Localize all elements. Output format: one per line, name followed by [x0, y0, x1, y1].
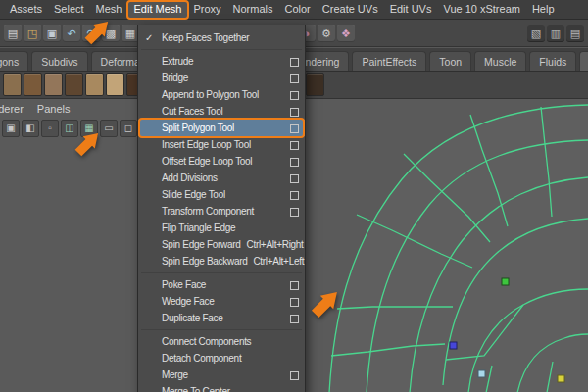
menubar-item-label: Color [285, 3, 311, 15]
menu-item[interactable]: ✓ Wedge Face [138, 293, 305, 310]
menu-item[interactable]: ✓ Keep Faces Together [138, 29, 305, 46]
shelf-tab[interactable]: Muscle [474, 51, 526, 72]
shelf-tab-label: PaintEffects [362, 56, 416, 68]
film-gate-icon[interactable]: ▭ [100, 120, 118, 137]
option-box-icon[interactable] [290, 371, 299, 380]
channel-box-toggle-icon[interactable]: ▤ [566, 24, 584, 42]
menu-item[interactable]: ✓ Merge To Center [138, 383, 305, 392]
fur-preset-swatch[interactable] [106, 74, 124, 96]
polygon-mesh[interactable] [314, 99, 588, 392]
menu-item[interactable]: ✓ Insert Edge Loop Tool [138, 136, 305, 153]
menubar-item[interactable]: Normals [227, 0, 279, 19]
option-box-icon[interactable] [290, 141, 299, 150]
save-scene-icon[interactable]: ▣ [43, 24, 61, 42]
option-box-icon[interactable] [290, 191, 299, 200]
shelf-tab[interactable]: Fluids [529, 51, 576, 72]
menu-item-label: Poke Face [162, 279, 206, 290]
shelf-tab-label: Toon [439, 56, 462, 68]
menu-item-label: Merge [162, 369, 188, 380]
menubar-item[interactable]: Edit UVs [384, 0, 438, 19]
menu-item[interactable]: ✓ Cut Faces Tool [138, 103, 305, 120]
resolution-gate-icon[interactable]: ◻ [120, 120, 137, 137]
menu-item[interactable]: ✓ Transform Component [138, 203, 305, 220]
attribute-editor-toggle-icon[interactable]: ▥ [547, 24, 564, 42]
open-scene-icon[interactable]: ◳ [24, 24, 41, 42]
menubar-item-label: Edit Mesh [134, 3, 182, 15]
menu-item[interactable]: ✓ Slide Edge Tool [138, 186, 305, 203]
bookmark-icon[interactable]: ◧ [22, 120, 39, 137]
menubar-item[interactable]: Help [526, 0, 561, 19]
menubar: Assets Select Mesh Edit Mesh Proxy Norma… [0, 0, 588, 20]
menu-item-label: Extrude [162, 56, 193, 67]
menu-item[interactable]: ✓ Offset Edge Loop Tool [138, 153, 305, 170]
menu-item[interactable]: ✓ Spin Edge ForwardCtrl+Alt+Right [138, 236, 305, 253]
menu-item-label: Spin Edge Forward [162, 239, 241, 250]
menubar-item[interactable]: Mesh [90, 0, 128, 19]
fur-preset-swatch[interactable] [24, 74, 42, 96]
option-box-icon[interactable] [290, 124, 299, 133]
fur-preset-swatch[interactable] [85, 74, 104, 96]
menubar-item-label: Create UVs [322, 3, 378, 15]
menu-item-label: Transform Component [162, 206, 254, 217]
fur-preset-swatch[interactable] [65, 74, 83, 96]
option-box-icon[interactable] [290, 208, 299, 217]
menubar-item[interactable]: Select [48, 0, 90, 19]
vertex-handle-yellow[interactable] [558, 375, 564, 382]
option-box-icon[interactable] [290, 174, 299, 183]
render-settings-icon[interactable]: ⚙ [318, 24, 335, 42]
menu-item[interactable]: ✓ Connect Components [138, 333, 305, 350]
option-box-icon[interactable] [290, 91, 299, 100]
panel-menu-item[interactable]: Renderer [0, 100, 29, 118]
menu-item-shortcut: Ctrl+Alt+Right [247, 239, 304, 250]
menu-item-label: Keep Faces Together [162, 32, 249, 43]
menubar-item[interactable]: Create UVs [317, 0, 384, 19]
new-scene-icon[interactable]: ▤ [4, 24, 22, 42]
vertex-handle-blue[interactable] [450, 342, 457, 349]
option-box-icon[interactable] [290, 158, 299, 167]
fur-preset-swatch[interactable] [306, 74, 324, 96]
shelf-tab[interactable]: Toon [429, 51, 471, 72]
shelf-tab[interactable]: Polygons [0, 51, 28, 72]
menu-item[interactable]: ✓ Detach Component [138, 350, 305, 367]
menu-item[interactable]: ✓ Split Polygon Tool [138, 120, 305, 136]
edit-mesh-menu: ✓ Keep Faces Together ✓ Extrude ✓ Bridge… [137, 24, 306, 392]
menubar-item[interactable]: Assets [4, 0, 48, 19]
menu-item-label: Connect Components [162, 336, 251, 347]
menubar-item[interactable]: Edit Mesh [128, 0, 188, 19]
option-box-icon[interactable] [290, 108, 299, 117]
show-manipulators-icon[interactable]: ▧ [527, 24, 545, 42]
menu-item[interactable]: ✓ Duplicate Face [138, 310, 305, 326]
paint-effects-icon[interactable]: ❖ [337, 24, 355, 42]
menubar-item[interactable]: Color [279, 0, 317, 19]
fur-preset-swatch[interactable] [3, 74, 22, 96]
checkmark-icon: ✓ [145, 29, 159, 46]
menu-item[interactable]: ✓ Spin Edge BackwardCtrl+Alt+Left [138, 253, 305, 270]
shelf-tab[interactable]: Fur [579, 51, 588, 72]
menu-item[interactable]: ✓ Extrude [138, 53, 305, 70]
menu-item[interactable]: ✓ Flip Triangle Edge [138, 220, 305, 236]
shelf-tab-label: Subdivs [41, 56, 77, 68]
menu-item[interactable]: ✓ Append to Polygon Tool [138, 86, 305, 103]
option-box-icon[interactable] [290, 281, 299, 290]
menubar-item[interactable]: Vue 10 xStream [437, 0, 525, 19]
option-box-icon[interactable] [290, 74, 299, 83]
menu-item[interactable]: ✓ Poke Face [138, 276, 305, 293]
shelf-tab[interactable]: PaintEffects [352, 51, 426, 72]
panel-menu-label: Panels [37, 103, 71, 115]
menu-item-label: Spin Edge Backward [162, 256, 247, 267]
menubar-item[interactable]: Proxy [187, 0, 226, 19]
menubar-item-label: Vue 10 xStream [443, 3, 519, 15]
fur-preset-swatch[interactable] [44, 74, 63, 96]
menubar-item-label: Assets [10, 3, 42, 15]
shelf-tab-label: Polygons [0, 56, 19, 68]
menu-item[interactable]: ✓ Merge [138, 367, 305, 383]
menu-item[interactable]: ✓ Bridge [138, 70, 305, 86]
vertex-handle-cyan[interactable] [478, 370, 485, 377]
camera-select-icon[interactable]: ▣ [2, 120, 20, 137]
image-plane-icon[interactable]: ▫ [41, 120, 59, 137]
vertex-handle-green[interactable] [502, 278, 509, 285]
option-box-icon[interactable] [290, 58, 299, 67]
menu-item[interactable]: ✓ Add Divisions [138, 170, 305, 186]
panel-menu-item[interactable]: Panels [31, 100, 76, 118]
annotation-arrow-menubar [73, 20, 110, 57]
